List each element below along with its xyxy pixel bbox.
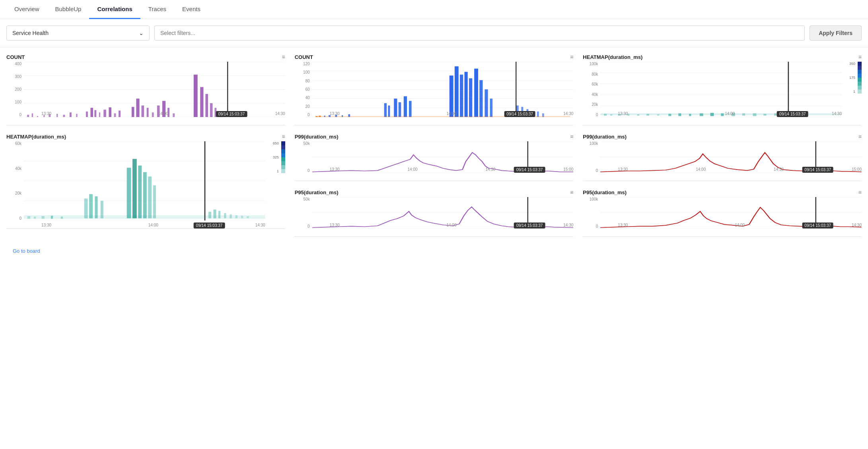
- svg-rect-120: [153, 185, 156, 219]
- svg-rect-119: [148, 176, 152, 218]
- y-axis-3: 100k 80k 60k 40k 20k 0: [583, 62, 599, 117]
- chart-p99-purple: P99(duration_ms) ≡ 50k 0: [295, 133, 574, 181]
- chart-menu-icon-1[interactable]: ≡: [282, 54, 285, 60]
- svg-rect-115: [127, 168, 131, 218]
- charts-container: COUNT ≡ 400 300 200 100 0: [0, 47, 868, 243]
- chart-menu-icon-2[interactable]: ≡: [570, 54, 573, 60]
- nav-bubbleup[interactable]: BubbleUp: [47, 0, 90, 19]
- chart-plot-3: 13:30 14:00 14:30 09/14 15:03:37: [600, 62, 842, 117]
- y-axis-4: 60k 40k 20k 0: [6, 141, 23, 221]
- chart-menu-icon-8[interactable]: ≡: [858, 189, 862, 195]
- chart-header-7: P99(duration_ms) ≡: [583, 133, 862, 140]
- timestamp-badge-3: 09/14 15:03:37: [777, 111, 808, 117]
- x-axis-7: 13:30 14:00 14:30 15:00 09/14 15:03:37: [618, 166, 862, 173]
- footer: Go to board: [0, 243, 868, 259]
- x-axis-3: 13:30 14:00 14:30 09/14 15:03:37: [618, 110, 842, 117]
- chart-col-mid: P99(duration_ms) ≡ 50k 0: [295, 133, 574, 237]
- svg-rect-128: [241, 216, 243, 219]
- chart-area-6: 50k 0 13:30 14:00 14:30 09: [295, 197, 574, 237]
- chart-title-8: P95(duration_ms): [583, 189, 627, 195]
- chart-menu-icon-5[interactable]: ≡: [570, 133, 573, 140]
- chart-header-4: HEATMAP(duration_ms) ≡: [6, 133, 285, 140]
- x-axis-4: 13:30 14:00 14:30 09/14 15:03:37: [41, 221, 265, 228]
- x-axis-5: 13:30 14:00 14:30 15:00 09/14 15:03:37: [330, 166, 574, 173]
- chart-header-6: P95(duration_ms) ≡: [295, 189, 574, 195]
- chart-heatmap-1: HEATMAP(duration_ms) ≡ 100k 80k 60k 40k …: [583, 54, 862, 125]
- chart-p95-red: P95(duration_ms) ≡ 100k 0: [583, 189, 862, 237]
- chart-plot-4: 13:30 14:00 14:30 09/14 15:03:37: [24, 141, 265, 221]
- legend-val-top: 350: [849, 62, 855, 66]
- svg-rect-82: [610, 114, 612, 115]
- chart-title-7: P99(duration_ms): [583, 134, 627, 140]
- chart-area-8: 100k 0 13:30 14:00 14:30 0: [583, 197, 862, 237]
- chart-area-3: 100k 80k 60k 40k 20k 0: [583, 62, 862, 125]
- timestamp-badge-5: 09/14 15:03:37: [514, 167, 545, 173]
- chart-plot-6: 13:30 14:00 14:30 09/14 15:03:37: [312, 197, 574, 228]
- apply-filters-button[interactable]: Apply Filters: [810, 25, 862, 41]
- timestamp-badge-1: 09/14 15:03:37: [216, 111, 247, 117]
- svg-rect-126: [230, 215, 232, 219]
- chart-title-6: P95(duration_ms): [295, 189, 339, 195]
- timestamp-badge-8: 09/14 15:03:37: [802, 223, 833, 228]
- go-to-board-link[interactable]: Go to board: [6, 243, 47, 259]
- chart-header-5: P99(duration_ms) ≡: [295, 133, 574, 140]
- nav-events[interactable]: Events: [174, 0, 208, 19]
- chart-plot-2: 13:30 14:00 14:30 09/14 15:03:37: [312, 62, 574, 117]
- chart-menu-icon-7[interactable]: ≡: [858, 133, 862, 140]
- svg-rect-5: [27, 115, 29, 117]
- y-axis-1: 400 300 200 100 0: [6, 62, 23, 117]
- chart-count-purple: COUNT ≡ 400 300 200 100 0: [6, 54, 285, 125]
- svg-rect-81: [604, 114, 607, 116]
- chart-menu-icon-4[interactable]: ≡: [282, 133, 285, 140]
- filter-input[interactable]: [154, 25, 805, 41]
- svg-rect-113: [95, 196, 97, 218]
- y-axis-5: 50k 0: [295, 141, 311, 173]
- chart-header-2: COUNT ≡: [295, 54, 574, 60]
- chevron-down-icon: ⌄: [139, 30, 144, 36]
- legend-val-top-2: 650: [273, 141, 279, 145]
- chart-menu-icon-6[interactable]: ≡: [570, 189, 573, 195]
- chart-menu-icon-3[interactable]: ≡: [858, 54, 862, 60]
- y-axis-2: 120 100 80 60 40 20 0: [295, 62, 311, 117]
- legend-val-mid: 175: [849, 76, 855, 80]
- x-axis-8: 13:30 14:00 14:30 09/14 15:03:37: [618, 221, 862, 228]
- chart-area-2: 120 100 80 60 40 20 0: [295, 62, 574, 125]
- nav-overview[interactable]: Overview: [6, 0, 47, 19]
- y-axis-7: 100k 0: [583, 141, 599, 173]
- chart-area-1: 400 300 200 100 0: [6, 62, 285, 125]
- chart-plot-5: 13:30 14:00 14:30 15:00 09/14 15:03:37: [312, 141, 574, 173]
- svg-rect-7: [37, 116, 38, 117]
- svg-rect-58: [455, 66, 459, 117]
- svg-rect-109: [51, 216, 53, 219]
- chart-title-1: COUNT: [6, 54, 25, 60]
- svg-rect-116: [132, 159, 137, 218]
- chart-header-8: P95(duration_ms) ≡: [583, 189, 862, 195]
- svg-rect-106: [27, 216, 30, 219]
- svg-rect-108: [42, 216, 45, 219]
- chart-title-2: COUNT: [295, 54, 313, 60]
- legend-val-mid-2: 325: [273, 155, 279, 159]
- svg-rect-6: [32, 113, 33, 117]
- chart-area-7: 100k 0 13:30 14:00 14:30 1: [583, 141, 862, 181]
- timestamp-badge-2: 09/14 15:03:37: [504, 111, 535, 117]
- chart-header-1: COUNT ≡: [6, 54, 285, 60]
- svg-rect-111: [84, 199, 88, 219]
- y-axis-8: 100k 0: [583, 197, 599, 228]
- chart-area-4: 60k 40k 20k 0: [6, 141, 285, 229]
- chart-title-5: P99(duration_ms): [295, 134, 339, 140]
- svg-rect-110: [61, 217, 63, 219]
- svg-rect-107: [34, 217, 36, 219]
- nav-bar: Overview BubbleUp Correlations Traces Ev…: [0, 0, 868, 19]
- nav-correlations[interactable]: Correlations: [89, 0, 140, 19]
- filter-bar: Service Health ⌄ Apply Filters: [0, 19, 868, 47]
- svg-rect-124: [218, 211, 220, 219]
- nav-traces[interactable]: Traces: [140, 0, 174, 19]
- chart-area-5: 50k 0 13:30 14:00 14:30: [295, 141, 574, 181]
- chart-header-3: HEATMAP(duration_ms) ≡: [583, 54, 862, 60]
- x-axis-6: 13:30 14:00 14:30 09/14 15:03:37: [330, 221, 574, 228]
- svg-rect-122: [208, 212, 211, 219]
- service-dropdown[interactable]: Service Health ⌄: [6, 25, 150, 41]
- y-axis-6: 50k 0: [295, 197, 311, 228]
- legend-val-bot-2: 1: [273, 169, 279, 173]
- chart-col-right: P99(duration_ms) ≡ 100k 0: [583, 133, 862, 237]
